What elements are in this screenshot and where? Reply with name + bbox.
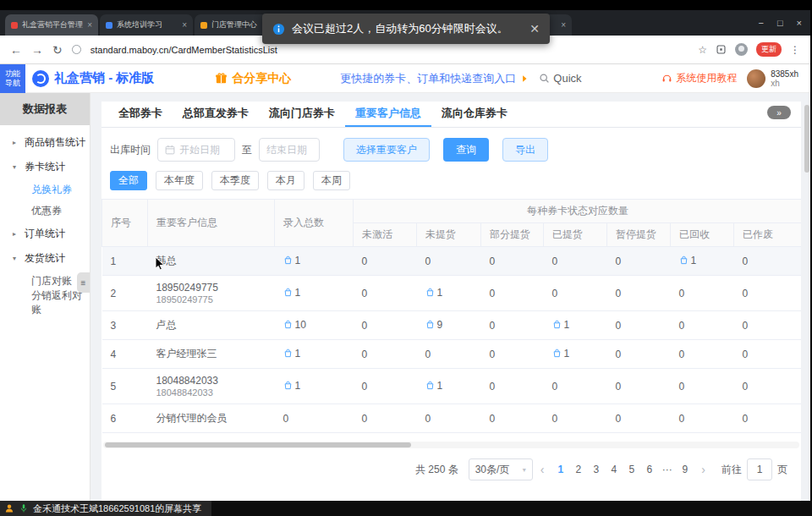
col-status: 部分提货: [481, 223, 544, 247]
horizontal-scrollbar[interactable]: [103, 442, 799, 448]
table-row[interactable]: 1韩总10000010: [102, 247, 802, 276]
statistics-table: 序号重要客户信息录入总数每种券卡状态对应数量未激活未提货部分提货已提货暂停提货已…: [102, 199, 801, 440]
cell-status: 0: [734, 247, 802, 276]
tab-close-icon[interactable]: ×: [182, 21, 187, 30]
export-button[interactable]: 导出: [502, 138, 548, 162]
content-tab[interactable]: 全部券卡: [108, 102, 173, 127]
cell-customer: 韩总: [148, 247, 275, 276]
quick-filter-button[interactable]: 本月: [267, 171, 304, 190]
end-date-input[interactable]: 结束日期: [259, 138, 320, 162]
start-date-input[interactable]: 开始日期: [157, 138, 235, 162]
content-panel: 全部券卡总部直发券卡流向门店券卡重要客户信息流向仓库券卡 » 出库时间 开始日期…: [102, 102, 801, 501]
collapse-icon[interactable]: »: [767, 106, 791, 119]
content-tab[interactable]: 总部直发券卡: [173, 102, 259, 127]
cell-status: 0: [671, 433, 734, 441]
table-row[interactable]: 5180488420331804884203310100000: [102, 369, 802, 404]
extensions-icon[interactable]: [716, 44, 727, 55]
sidebar-item[interactable]: ▾券卡统计: [0, 155, 90, 179]
share-text: 金禾通技术王斌18662591081的屏幕共享: [33, 502, 201, 515]
col-customer: 重要客户信息: [148, 200, 275, 247]
toast-close-icon[interactable]: ✕: [529, 22, 540, 36]
headset-icon: [661, 73, 672, 84]
col-status: 未激活: [354, 223, 417, 247]
bookmark-star-icon[interactable]: ☆: [698, 44, 707, 56]
quick-search[interactable]: Quick: [539, 72, 581, 85]
cell-customer: 客户经理张三: [148, 340, 275, 369]
quick-filter-button[interactable]: 本年度: [156, 171, 203, 190]
vertical-scrollbar[interactable]: [804, 96, 809, 497]
quick-filter-button[interactable]: 全部: [110, 171, 147, 190]
reload-icon[interactable]: ↻: [52, 44, 63, 56]
table-row[interactable]: 7唐总2001801000: [102, 433, 802, 441]
prev-page-icon[interactable]: ‹: [536, 463, 549, 476]
tutorial-link[interactable]: 系统使用教程: [661, 71, 737, 85]
cell-status: 0: [544, 404, 607, 433]
search-button[interactable]: 查询: [443, 138, 489, 162]
table-row[interactable]: 4客户经理张三10001000: [102, 340, 802, 369]
quick-filter-button[interactable]: 本周: [313, 171, 350, 190]
table-row[interactable]: 6分销代理的会员00000000: [102, 404, 802, 433]
page-number[interactable]: 2: [569, 464, 587, 475]
sidebar-subitem[interactable]: 优惠券: [0, 200, 90, 222]
content-tab[interactable]: 重要客户信息: [345, 102, 431, 127]
cell-seq: 2: [102, 276, 148, 311]
forward-icon[interactable]: →: [31, 44, 43, 56]
tab-close-icon[interactable]: ×: [561, 21, 566, 30]
cell-status: 18: [417, 433, 481, 441]
table-row[interactable]: 2189502497751895024977510100000: [102, 276, 802, 311]
chevron-down-icon: ▾: [13, 163, 20, 171]
content-tab[interactable]: 流向仓库券卡: [431, 102, 518, 127]
page-ellipsis[interactable]: ···: [658, 464, 676, 475]
vertical-scrollbar-thumb[interactable]: [804, 105, 809, 173]
cell-status: 0: [354, 369, 417, 404]
browser-profile-avatar[interactable]: [735, 43, 748, 56]
pagination: 共 250 条 30条/页 ▾ ‹ 123456···9 › 前往 1 页: [102, 458, 787, 480]
cell-total: 1: [275, 369, 354, 404]
address-url[interactable]: standard.maboy.cn/CardMemberStatisticsLi…: [91, 45, 277, 55]
browser-tab[interactable]: 系统培训学习×: [100, 14, 193, 36]
minimize-icon[interactable]: −: [758, 18, 763, 28]
cell-status: 0: [417, 404, 481, 433]
cell-status: 0: [607, 247, 671, 276]
browser-tab[interactable]: 礼盒营销平台管理中心×: [5, 14, 98, 36]
goto-page-input[interactable]: 1: [747, 458, 772, 480]
page-number[interactable]: 1: [551, 464, 569, 475]
cell-status: 0: [417, 247, 481, 276]
cell-status: 1: [544, 340, 607, 369]
page-size-select[interactable]: 30条/页 ▾: [469, 458, 533, 480]
update-badge[interactable]: 更新: [756, 42, 782, 57]
page-number[interactable]: 5: [623, 464, 640, 475]
quick-filter-button[interactable]: 本季度: [211, 171, 259, 190]
page-number[interactable]: 6: [640, 464, 658, 475]
cell-status: 0: [671, 276, 734, 311]
maximize-icon[interactable]: □: [777, 18, 783, 28]
content-tab[interactable]: 流向门店券卡: [259, 102, 345, 127]
sidebar-item[interactable]: ▾发货统计: [0, 246, 90, 271]
page-number[interactable]: 3: [587, 464, 605, 475]
site-info-icon[interactable]: [72, 45, 81, 54]
table-row[interactable]: 3卢总100901000: [102, 311, 802, 340]
sidebar-subitem[interactable]: 分销返利对账: [0, 292, 90, 313]
cell-status: 1: [544, 311, 607, 340]
sidebar-item[interactable]: ▸订单统计: [0, 222, 90, 246]
sidebar-item[interactable]: ▸商品销售统计: [0, 130, 90, 155]
sidebar-subitem[interactable]: 兑换礼券: [0, 179, 90, 200]
page-number[interactable]: 4: [605, 464, 623, 475]
horizontal-scrollbar-thumb[interactable]: [105, 442, 411, 447]
cell-status: 0: [354, 404, 417, 433]
close-window-icon[interactable]: ×: [797, 18, 802, 28]
function-nav-toggle[interactable]: 功能导航: [0, 64, 25, 93]
app-body: 数据报表 ▸商品销售统计▾券卡统计兑换礼券优惠券▸订单统计▾发货统计门店对账分销…: [0, 93, 810, 501]
page-number[interactable]: 9: [676, 464, 694, 475]
back-icon[interactable]: ←: [10, 44, 22, 56]
next-page-icon[interactable]: ›: [697, 463, 710, 476]
browser-menu-icon[interactable]: ⋮: [790, 44, 800, 56]
share-center-link[interactable]: 合分享中心: [215, 71, 291, 86]
col-status: 已作废: [734, 223, 802, 247]
sidebar-collapse-handle[interactable]: ≡: [77, 272, 90, 293]
username-line2: xh: [771, 79, 798, 88]
tab-close-icon[interactable]: ×: [87, 21, 92, 30]
col-status: 暂停提货: [607, 223, 671, 247]
user-avatar[interactable]: [747, 69, 765, 88]
select-customer-button[interactable]: 选择重要客户: [343, 138, 430, 162]
